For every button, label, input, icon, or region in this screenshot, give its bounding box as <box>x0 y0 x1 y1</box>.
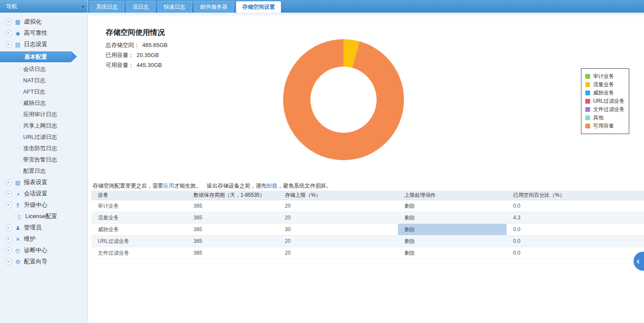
table-row[interactable]: 流量业务36520删除4.3 <box>91 212 644 224</box>
table-header-row: 业务数据保存周期（天，1-65535）存储上限（%）上限处理动作已用空间百分比（… <box>91 191 644 200</box>
tab-item[interactable]: 系统日志 <box>90 1 124 13</box>
note-link[interactable]: 应用 <box>164 183 174 189</box>
table-cell[interactable]: 删除 <box>398 224 507 235</box>
sidebar-subitem[interactable]: ·攻击防范日志 <box>0 143 87 154</box>
sidebar-subitem[interactable]: ·带宽告警日志 <box>0 154 87 165</box>
sidebar-collapse-button[interactable]: ◂ <box>80 0 86 13</box>
sidebar-item-label: 诊断中心 <box>24 246 47 254</box>
table-cell[interactable]: 0.0 <box>507 247 633 259</box>
table-cell[interactable]: 365 <box>187 247 278 259</box>
config-note: 存储空间配置变更之后，需要应用才能生效。 拔出存储设备之前，请先卸载，避免系统文… <box>93 182 332 190</box>
legend-item[interactable]: 威胁业务 <box>585 89 624 97</box>
table-row[interactable]: 审计业务36520删除0.0 <box>91 200 644 212</box>
table-row[interactable]: 文件过滤业务36520删除0.0 <box>91 247 644 259</box>
sidebar-item-label: 虚拟化 <box>24 18 42 26</box>
note-link[interactable]: 卸载 <box>267 183 277 189</box>
legend-item[interactable]: 流量业务 <box>585 81 624 89</box>
stat-line: 可用容量：445.30GB <box>106 60 168 70</box>
stat-value: 465.65GB <box>142 42 168 48</box>
tab-item[interactable]: 流日志 <box>127 1 155 13</box>
table-row[interactable]: URL过滤业务36520删除0.0 <box>91 236 644 247</box>
bullet-icon: · <box>19 88 21 95</box>
legend-item[interactable]: 可用容量 <box>585 122 624 130</box>
sidebar-item[interactable]: ▸▨报表设置 <box>0 177 87 188</box>
table-row[interactable]: 威胁业务36530删除0.0 <box>91 224 644 236</box>
table-cell[interactable]: 0.0 <box>507 200 633 212</box>
table-cell[interactable]: 30 <box>278 224 398 235</box>
bullet-icon: · <box>19 100 21 106</box>
sidebar-item-label: URL过滤日志 <box>23 134 57 140</box>
sidebar-item-label: 报表设置 <box>24 178 47 186</box>
sidebar-item[interactable]: ▸◆高可靠性 <box>0 27 87 39</box>
table-cell[interactable]: 20 <box>278 247 398 259</box>
sidebar-item-label: 配置日志 <box>23 168 46 174</box>
legend-label: 审计业务 <box>593 73 614 80</box>
table-cell[interactable]: 4.3 <box>507 212 633 223</box>
legend-label: 流量业务 <box>593 81 614 88</box>
sidebar-item[interactable]: ▸▤日志设置 <box>0 39 87 50</box>
table-cell[interactable]: 20 <box>278 200 398 212</box>
expand-icon[interactable]: ▸ <box>5 179 12 186</box>
tab-item[interactable]: 快速日志 <box>158 1 192 13</box>
table-cell[interactable]: 365 <box>187 200 278 212</box>
expand-icon[interactable]: ▸ <box>5 259 12 265</box>
note-text: 存储空间配置变更之后，需要 <box>93 183 164 189</box>
expand-icon[interactable]: ▸ <box>5 202 12 209</box>
table-cell[interactable]: 0.0 <box>507 236 633 247</box>
table-cell[interactable]: 删除 <box>398 247 507 259</box>
table-cell[interactable]: 365 <box>187 212 278 223</box>
storage-donut-chart <box>283 39 404 160</box>
table-cell[interactable]: 删除 <box>398 236 507 247</box>
table-cell[interactable]: 0.0 <box>507 224 633 235</box>
sidebar-item[interactable]: ▯License配置 <box>0 211 87 222</box>
sidebar-item[interactable]: ▸▦虚拟化 <box>0 16 87 27</box>
expand-icon[interactable]: ▸ <box>5 191 12 197</box>
legend-label: 可用容量 <box>593 122 614 130</box>
legend-swatch <box>585 99 590 104</box>
legend-item[interactable]: 审计业务 <box>585 72 624 81</box>
tab-item[interactable]: 邮件服务器 <box>194 1 234 13</box>
business-cell: 威胁业务 <box>91 224 187 235</box>
tab-active[interactable]: 存储空间设置 <box>236 1 281 13</box>
expand-icon[interactable]: ▸ <box>5 41 12 48</box>
license-icon: ▯ <box>16 213 23 220</box>
sidebar-subitem[interactable]: ·共享上网日志 <box>0 120 87 131</box>
expand-icon[interactable]: ▸ <box>5 30 12 37</box>
sidebar-subitem[interactable]: ·配置日志 <box>0 165 87 177</box>
expand-icon[interactable]: ▸ <box>5 225 12 231</box>
sidebar-item[interactable]: ▸⚙配置向导 <box>0 256 87 267</box>
legend-item[interactable]: 文件过滤业务 <box>585 105 624 114</box>
table-cell[interactable]: 20 <box>278 212 398 223</box>
sidebar-item[interactable]: ▸◴诊断中心 <box>0 245 87 256</box>
table-cell[interactable]: 删除 <box>398 200 507 212</box>
business-cell: 流量业务 <box>91 212 187 223</box>
sidebar-item-selected[interactable]: 基本配置 <box>0 51 71 62</box>
table-cell[interactable]: 20 <box>278 236 398 247</box>
sidebar-subitem[interactable]: ·应用审计日志 <box>0 109 87 120</box>
sidebar-item[interactable]: ▸⇧升级中心 <box>0 199 87 211</box>
table-cell[interactable]: 删除 <box>398 212 507 223</box>
legend-item[interactable]: 其他 <box>585 114 624 122</box>
sidebar-subitem[interactable]: ·AFT日志 <box>0 86 87 98</box>
sidebar-item-label: 配置向导 <box>24 258 47 266</box>
expand-icon[interactable]: ▸ <box>5 247 12 254</box>
sidebar-item[interactable]: ▸×维护 <box>0 233 87 245</box>
legend-label: 文件过滤业务 <box>593 106 624 113</box>
sidebar-subitem[interactable]: ·NAT日志 <box>0 75 87 86</box>
expand-icon[interactable]: ▸ <box>5 236 12 242</box>
sidebar-subitem[interactable]: ·威胁日志 <box>0 98 87 109</box>
expand-icon[interactable]: ▸ <box>5 19 12 25</box>
legend-swatch <box>585 107 590 112</box>
stat-line: 已用容量：20.35GB <box>106 50 168 60</box>
sidebar-item[interactable]: ▸◑会话设置 <box>0 188 87 199</box>
sidebar-subitem[interactable]: ·会话日志 <box>0 64 87 75</box>
table-cell[interactable]: 365 <box>187 224 278 235</box>
stat-value: 20.35GB <box>137 52 159 58</box>
sidebar-item[interactable]: ▸♟管理员 <box>0 222 87 233</box>
sidebar-subitem[interactable]: ·URL过滤日志 <box>0 131 87 143</box>
legend-label: URL过滤业务 <box>593 98 624 105</box>
table-cell[interactable]: 365 <box>187 236 278 247</box>
legend-item[interactable]: URL过滤业务 <box>585 97 624 105</box>
chart-legend: 审计业务流量业务威胁业务URL过滤业务文件过滤业务其他可用容量 <box>581 68 629 134</box>
legend-swatch <box>585 74 590 79</box>
